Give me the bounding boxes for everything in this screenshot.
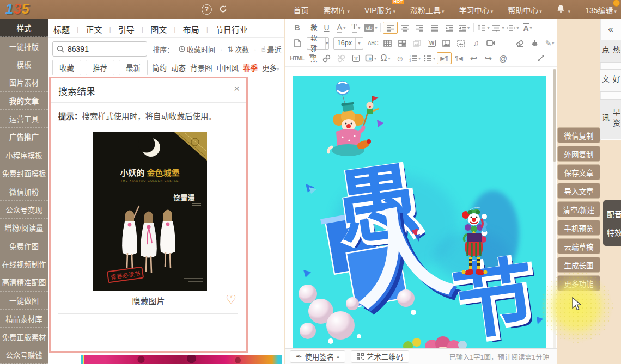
align-right-button[interactable] <box>412 22 427 34</box>
text-style-button[interactable]: T▾ <box>349 22 363 34</box>
notification-bell-icon[interactable]: ▾ <box>557 4 570 15</box>
sidebar-item-one-click-image[interactable]: 一键做图 <box>0 292 48 310</box>
sidebar-item-hd-images[interactable]: 高清精准配图 <box>0 273 48 291</box>
font-color-button[interactable]: A▾ <box>334 22 349 34</box>
rail-tab-effects[interactable]: 特效 <box>607 227 621 238</box>
align-justify-button[interactable] <box>427 22 442 34</box>
hide-image-link[interactable]: 隐藏图片 <box>51 295 246 306</box>
ordered-list-button[interactable]: 123▾ <box>407 52 422 64</box>
form-insert-icon[interactable]: ▾ <box>363 52 378 64</box>
emoji-button[interactable]: ☺ <box>393 52 407 64</box>
align-left-button[interactable] <box>383 22 398 34</box>
align-center-button[interactable] <box>398 22 412 34</box>
unlink-icon[interactable] <box>334 52 349 64</box>
outdent-button[interactable]: ▾ <box>456 22 471 34</box>
unordered-list-button[interactable]: ▾ <box>422 52 437 64</box>
table-icon[interactable] <box>380 37 395 49</box>
font-family-select[interactable]: 微软雅黑▾ <box>307 37 329 50</box>
nav-fan-tools[interactable]: 涨粉工具▾ <box>410 4 445 15</box>
editor-scrollbar-thumb[interactable] <box>553 69 556 162</box>
paragraph-spacing-button[interactable]: ▾ <box>491 22 506 34</box>
nav-material-library[interactable]: 素材库▾ <box>323 4 350 15</box>
font-size-select[interactable]: 16px▾ <box>333 37 363 50</box>
layered-images-icon[interactable] <box>410 37 424 49</box>
filter-link-simple[interactable]: 简约 <box>152 62 167 73</box>
filter-recommended-button[interactable]: 推荐 <box>86 60 114 75</box>
help-icon[interactable]: ? <box>202 4 212 15</box>
sidebar-item-online-video[interactable]: 在线视频制作 <box>0 255 48 273</box>
sidebar-item-one-click-layout[interactable]: 一键排版 <box>0 37 48 55</box>
rail-tab-hot[interactable]: 热点 <box>600 40 621 63</box>
sidebar-item-operation-tools[interactable]: 运营工具 <box>0 110 48 128</box>
clear-new-button[interactable]: 清空/新建 <box>557 201 600 217</box>
image-table-icon[interactable] <box>395 37 410 49</box>
search-input[interactable] <box>68 45 133 53</box>
sidebar-item-monetization[interactable]: 公众号变现 <box>0 201 48 219</box>
sidebar-item-free-cover-template[interactable]: 免费封面模板 <box>0 164 48 182</box>
nav-home[interactable]: 首页 <box>293 4 308 15</box>
line-height-button[interactable]: ▾ <box>476 22 491 34</box>
next-style-item-partial[interactable] <box>81 355 282 364</box>
horizontal-rule-icon[interactable]: — <box>498 37 513 49</box>
signature-button[interactable]: ✒ 使用签名 ▴ <box>290 350 345 363</box>
text-border-button[interactable]: T <box>349 52 363 64</box>
external-copy-button[interactable]: 外网复制 <box>557 146 600 162</box>
letter-spacing-button[interactable]: ▾ <box>506 22 520 34</box>
style-result-book-cover[interactable]: 小妖的 金色城堡 THE XIAOYAO GOLDEN CASTLE 饶雪漫 <box>93 132 207 291</box>
tab-title[interactable]: 标题 <box>53 23 70 35</box>
nav-account[interactable]: 135编辑▾ <box>585 4 617 15</box>
refresh-icon[interactable] <box>218 4 228 15</box>
video-icon[interactable] <box>483 37 498 49</box>
art-qrcode-button[interactable]: 艺术二维码 <box>351 350 410 363</box>
filter-link-background[interactable]: 背景图 <box>190 62 212 73</box>
filter-link-spring[interactable]: 春季 <box>243 62 258 73</box>
at-search-icon[interactable]: @ <box>496 52 510 64</box>
import-article-button[interactable]: 导入文章 <box>557 183 600 199</box>
sidebar-item-styles[interactable]: 样式 <box>0 19 48 37</box>
filter-favorites-button[interactable]: 收藏 <box>52 60 81 75</box>
undo-icon[interactable]: ↩ <box>466 52 481 64</box>
mobile-preview-button[interactable]: 手机预览 <box>557 220 600 236</box>
close-icon[interactable]: × <box>234 83 240 95</box>
tab-guide[interactable]: 引导 <box>118 23 135 35</box>
sidebar-item-image-material[interactable]: 图片素材 <box>0 73 48 91</box>
tab-layout[interactable]: 布局 <box>183 23 199 35</box>
filter-link-more[interactable]: 更多▿ <box>262 62 279 73</box>
rtl-paragraph-button[interactable]: ¶◀ <box>452 52 466 64</box>
special-char-button[interactable]: Ω▾ <box>378 52 393 64</box>
long-image-button[interactable]: 生成长图 <box>557 257 600 273</box>
favorite-heart-icon[interactable]: ♡ <box>226 293 236 307</box>
sidebar-item-fans-reads[interactable]: 增粉/阅读量 <box>0 219 48 237</box>
sidebar-item-premium-library[interactable]: 精品素材库 <box>0 310 48 328</box>
more-functions-button[interactable]: 更多功能 <box>557 275 600 291</box>
sidebar-item-my-articles[interactable]: 我的文章 <box>0 92 48 110</box>
filter-link-dynamic[interactable]: 动态 <box>171 62 186 73</box>
sort-by-favorite-time[interactable]: 收藏时间 <box>179 44 215 54</box>
sidebar-item-wechat-fans[interactable]: 微信加粉 <box>0 182 48 200</box>
nav-learning-center[interactable]: 学习中心▾ <box>459 4 494 15</box>
indent-button[interactable] <box>442 22 456 34</box>
new-document-icon[interactable] <box>290 37 305 49</box>
style-search-box[interactable] <box>52 41 147 57</box>
filter-latest-button[interactable]: 最新 <box>119 60 148 75</box>
magic-wand-icon[interactable]: ✐▾ <box>542 37 557 49</box>
april-fools-poster-image[interactable]: 愚 愚 愚 人 人 人 节 节 节 <box>293 76 546 348</box>
fullscreen-icon[interactable] <box>533 52 548 64</box>
app-logo[interactable]: 135 <box>5 1 30 17</box>
wechat-copy-button[interactable]: 微信复制 <box>557 127 600 143</box>
sidebar-item-ad-promotion[interactable]: 广告推广 <box>0 128 48 146</box>
sort-by-count[interactable]: ⇅次数 <box>227 44 249 54</box>
word-import-icon[interactable]: W <box>424 37 439 49</box>
tab-festival[interactable]: 节日行业 <box>215 23 248 35</box>
html-source-button[interactable]: HTML <box>290 52 305 64</box>
save-article-button[interactable]: 保存文章 <box>557 164 600 180</box>
cloud-draft-button[interactable]: 云端草稿 <box>557 238 600 254</box>
rail-tab-dubbing[interactable]: 配音 <box>607 208 621 219</box>
rail-tab-morning-news[interactable]: 早资讯 <box>600 99 621 139</box>
sidebar-item-free-drawing[interactable]: 免费作图 <box>0 237 48 255</box>
blockquote-icon[interactable]: ❞ <box>305 52 319 64</box>
text-direction-button[interactable]: A▾ <box>520 22 535 34</box>
image-frame-icon[interactable] <box>454 37 468 49</box>
highlight-button[interactable]: ab▾ <box>363 22 378 34</box>
sidebar-item-earn-money[interactable]: 公众号赚钱 <box>0 346 48 364</box>
